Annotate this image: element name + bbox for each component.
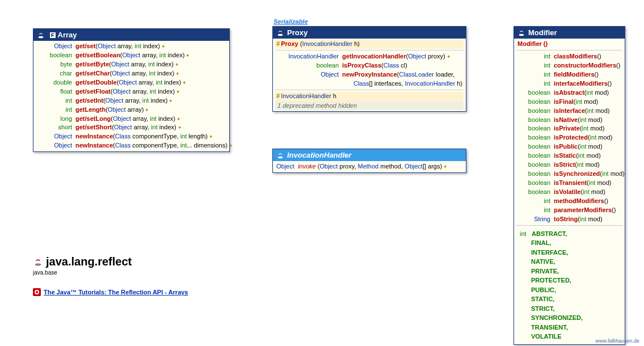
method-isprotected[interactable]: booleanisProtected (int mod) xyxy=(516,133,622,142)
invocationhandler-body: Object invoke (Object proxy, Method meth… xyxy=(273,161,466,172)
svg-point-2 xyxy=(278,156,283,158)
throws-icon: ✦ xyxy=(175,61,179,69)
modifier-class-box: Modifier Modifier () intclassModifiers (… xyxy=(513,26,625,345)
method-isprivate[interactable]: booleanisPrivate (int mod) xyxy=(516,124,622,133)
throws-icon: ✦ xyxy=(209,133,213,141)
invoke-method[interactable]: Object invoke (Object proxy, Method meth… xyxy=(275,162,464,171)
tutorial-link[interactable]: The Java™ Tutorials: The Reflection API … xyxy=(44,289,188,296)
invocationhandler-box: InvocationHandler Object invoke (Object … xyxy=(272,149,466,173)
oracle-icon xyxy=(33,288,41,296)
serializable-link[interactable]: Serializable xyxy=(273,18,308,25)
method-get-setfloat[interactable]: floatget/setFloat (Object array, int ind… xyxy=(36,87,227,96)
method-newproxyinstance-cont: Class[] interfaces, InvocationHandler h) xyxy=(275,79,464,88)
protected-marker: # xyxy=(276,92,280,101)
java-cup-icon xyxy=(517,29,525,37)
java-cup-icon xyxy=(276,29,284,37)
proxy-header: Proxy xyxy=(273,27,466,39)
svg-point-0 xyxy=(39,36,44,38)
array-class-box: F Array Objectget/set (Object array, int… xyxy=(33,28,230,152)
method-istransient[interactable]: booleanisTransient (int mod) xyxy=(516,179,622,188)
throws-icon: ✦ xyxy=(176,88,180,96)
method-get-setshort[interactable]: shortget/setShort (Object array, int ind… xyxy=(36,123,227,132)
method-newinstance[interactable]: ObjectnewInstance (Class componentType, … xyxy=(36,132,227,141)
method-getlength[interactable]: intgetLength (Object array)✦ xyxy=(36,106,227,115)
svg-point-3 xyxy=(519,33,524,36)
throws-icon: ✦ xyxy=(169,98,173,105)
method-get-setboolean[interactable]: booleanget/setBoolean (Object array, int… xyxy=(36,51,227,60)
throws-icon: ✦ xyxy=(161,43,166,50)
method-get-setchar[interactable]: charget/setChar (Object array, int index… xyxy=(36,69,227,78)
throws-icon: ✦ xyxy=(182,79,187,87)
proxy-field-h: # InvocationHandler h xyxy=(275,92,464,101)
method-tostring[interactable]: StringtoString (int mod) xyxy=(516,215,622,224)
method-get-setint[interactable]: intget/setInt (Object array, int index)✦ xyxy=(36,96,227,106)
final-tag: F xyxy=(50,32,56,38)
modifier-body: Modifier () intclassModifiers ()intconst… xyxy=(514,39,625,344)
modifier-header: Modifier xyxy=(514,27,625,39)
method-isstatic[interactable]: booleanisStatic (int mod) xyxy=(516,151,622,161)
java-cup-icon xyxy=(37,31,45,39)
throws-icon: ✦ xyxy=(176,116,181,123)
throws-icon: ✦ xyxy=(175,70,180,78)
proxy-deprecated-note: 1 deprecated method hidden xyxy=(275,101,464,110)
throws-icon: ✦ xyxy=(229,142,233,150)
array-header: F Array xyxy=(33,29,229,41)
method-isfinal[interactable]: booleanisFinal (int mod) xyxy=(516,98,622,107)
method-get-set[interactable]: Objectget/set (Object array, int index)✦ xyxy=(36,42,227,51)
array-title: Array xyxy=(58,31,77,39)
modifier-constructor[interactable]: Modifier () xyxy=(516,40,622,49)
method-getinvocationhandler[interactable]: InvocationHandlergetInvocationHandler (O… xyxy=(275,52,464,61)
proxy-body: # Proxy (InvocationHandler h) Invocation… xyxy=(273,39,466,111)
modifier-constants: int ABSTRACT,FINAL,INTERFACE,NATIVE,PRIV… xyxy=(516,227,622,343)
java-cup-icon xyxy=(276,151,284,159)
invocationhandler-header: InvocationHandler xyxy=(273,149,466,161)
method-fieldmodifiers[interactable]: intfieldModifiers () xyxy=(516,70,622,79)
method-get-setbyte[interactable]: byteget/setByte (Object array, int index… xyxy=(36,60,227,69)
footer-credit[interactable]: www.falkhausen.de xyxy=(595,338,639,344)
method-issynchronized[interactable]: booleanisSynchronized (int mod) xyxy=(516,170,622,179)
method-ispublic[interactable]: booleanisPublic (int mod) xyxy=(516,142,622,151)
array-body: Objectget/set (Object array, int index)✦… xyxy=(33,41,229,151)
method-isvolatile[interactable]: booleanisVolatile (int mod) xyxy=(516,188,622,197)
svg-point-4 xyxy=(35,263,41,266)
java-cup-icon xyxy=(33,257,43,267)
throws-icon: ✦ xyxy=(443,163,448,171)
throws-icon: ✦ xyxy=(186,52,190,60)
throws-icon: ✦ xyxy=(447,53,451,61)
proxy-title: Proxy xyxy=(287,28,308,37)
method-isnative[interactable]: booleanisNative (int mod) xyxy=(516,116,622,125)
throws-icon: ✦ xyxy=(178,124,182,132)
svg-point-1 xyxy=(278,33,283,36)
method-isinterface[interactable]: booleanisInterface (int mod) xyxy=(516,107,622,116)
throws-icon: ✦ xyxy=(145,107,149,114)
protected-marker: # xyxy=(276,40,280,49)
method-isabstract[interactable]: booleanisAbstract (int mod) xyxy=(516,88,622,98)
proxy-constructor[interactable]: # Proxy (InvocationHandler h) xyxy=(275,40,464,49)
modifier-title: Modifier xyxy=(528,28,557,37)
method-classmodifiers[interactable]: intclassModifiers () xyxy=(516,52,622,61)
method-isstrict[interactable]: booleanisStrict (int mod) xyxy=(516,161,622,170)
method-newinstance[interactable]: ObjectnewInstance (Class componentType, … xyxy=(36,141,227,150)
package-name: java.lang.reflect xyxy=(46,255,132,268)
method-parametermodifiers[interactable]: intparameterModifiers () xyxy=(516,206,622,215)
tutorial-link-row: The Java™ Tutorials: The Reflection API … xyxy=(33,288,188,296)
method-get-setdouble[interactable]: doubleget/setDouble (Object array, int i… xyxy=(36,78,227,87)
method-interfacemodifiers[interactable]: intinterfaceModifiers () xyxy=(516,79,622,88)
method-newproxyinstance[interactable]: ObjectnewProxyInstance (ClassLoader load… xyxy=(275,70,464,79)
method-methodmodifiers[interactable]: intmethodModifiers () xyxy=(516,197,622,206)
method-constructormodifiers[interactable]: intconstructorModifiers () xyxy=(516,61,622,70)
module-name: java.base xyxy=(33,269,132,276)
proxy-class-box: Proxy # Proxy (InvocationHandler h) Invo… xyxy=(272,26,466,112)
method-isproxyclass[interactable]: booleanisProxyClass (Class cl) xyxy=(275,61,464,70)
invocationhandler-title: InvocationHandler xyxy=(287,151,351,159)
package-label: java.lang.reflect java.base xyxy=(33,255,132,276)
method-get-setlong[interactable]: longget/setLong (Object array, int index… xyxy=(36,115,227,124)
